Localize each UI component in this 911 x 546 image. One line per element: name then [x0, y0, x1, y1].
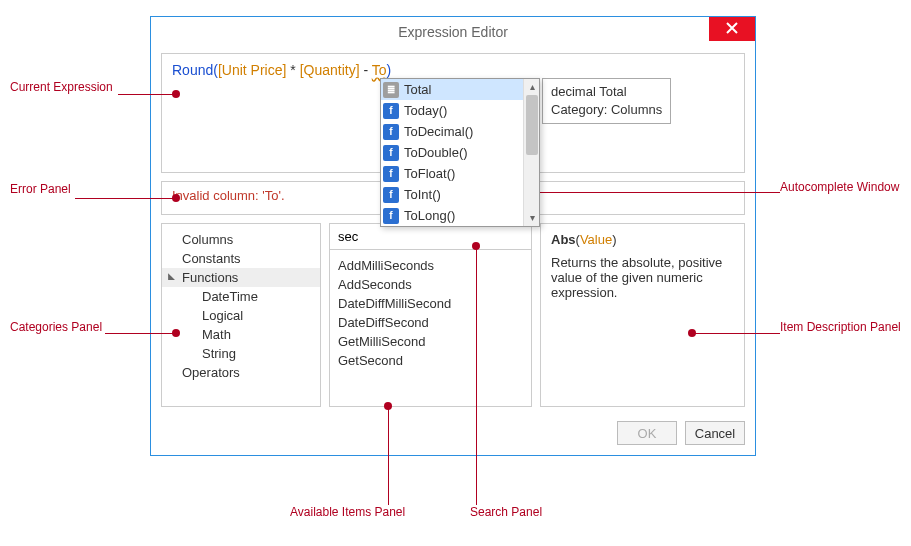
available-items-panel: AddMilliSecondsAddSecondsDateDiffMilliSe… [329, 223, 532, 407]
function-icon: f [383, 208, 399, 224]
close-button[interactable] [709, 17, 755, 41]
category-item[interactable]: Math [162, 325, 320, 344]
titlebar: Expression Editor [151, 17, 755, 47]
autocomplete-item-label: ToDecimal() [404, 125, 473, 138]
tooltip-line1: decimal Total [551, 83, 662, 101]
category-item[interactable]: String [162, 344, 320, 363]
autocomplete-item[interactable]: fToDouble() [381, 142, 523, 163]
autocomplete-item-label: ToInt() [404, 188, 441, 201]
item-description-panel: Abs(Value) Returns the absolute, positiv… [540, 223, 745, 407]
autocomplete-item[interactable]: fToInt() [381, 184, 523, 205]
callout-search-panel: Search Panel [470, 505, 542, 519]
button-row: OK Cancel [161, 421, 745, 445]
autocomplete-item-label: Total [404, 83, 431, 96]
callout-available-items: Available Items Panel [290, 505, 405, 519]
close-icon [726, 21, 738, 37]
function-icon: f [383, 124, 399, 140]
autocomplete-item[interactable]: fToDecimal() [381, 121, 523, 142]
expr-field-quantity: [Quantity] [300, 62, 360, 78]
categories-panel[interactable]: ColumnsConstantsFunctionsDateTimeLogical… [161, 223, 321, 407]
list-item[interactable]: DateDiffMilliSecond [338, 294, 523, 313]
ok-button[interactable]: OK [617, 421, 677, 445]
function-icon: f [383, 187, 399, 203]
scroll-down-arrow[interactable]: ▾ [524, 210, 540, 226]
autocomplete-window[interactable]: ≣TotalfToday()fToDecimal()fToDouble()fTo… [380, 78, 540, 227]
current-expression-panel[interactable]: Round([Unit Price] * [Quantity] - To) ≣T… [161, 53, 745, 173]
category-item[interactable]: Functions [162, 268, 320, 287]
autocomplete-list[interactable]: ≣TotalfToday()fToDecimal()fToDouble()fTo… [381, 79, 539, 226]
category-item[interactable]: DateTime [162, 287, 320, 306]
function-icon: f [383, 166, 399, 182]
list-item[interactable]: AddSeconds [338, 275, 523, 294]
search-input[interactable] [330, 224, 531, 249]
list-item[interactable]: AddMilliSeconds [338, 256, 523, 275]
autocomplete-item[interactable]: fToday() [381, 100, 523, 121]
autocomplete-item[interactable]: fToLong() [381, 205, 523, 226]
category-item[interactable]: Constants [162, 249, 320, 268]
function-icon: f [383, 145, 399, 161]
tooltip-line2: Category: Columns [551, 101, 662, 119]
autocomplete-item[interactable]: ≣Total [381, 79, 523, 100]
category-item[interactable]: Logical [162, 306, 320, 325]
list-item[interactable]: GetSecond [338, 351, 523, 370]
callout-autocomplete-window: Autocomplete Window [780, 180, 899, 194]
search-panel [330, 224, 531, 250]
expr-field-unit-price: [Unit Price] [218, 62, 286, 78]
autocomplete-scrollbar[interactable]: ▴ ▾ [523, 79, 539, 226]
lower-container: ColumnsConstantsFunctionsDateTimeLogical… [161, 223, 745, 407]
column-icon: ≣ [383, 82, 399, 98]
category-item[interactable]: Operators [162, 363, 320, 382]
callout-current-expression: Current Expression [10, 80, 113, 94]
items-list[interactable]: AddMilliSecondsAddSecondsDateDiffMilliSe… [330, 250, 531, 406]
autocomplete-item-label: ToDouble() [404, 146, 468, 159]
scroll-up-arrow[interactable]: ▴ [524, 79, 540, 95]
list-item[interactable]: DateDiffSecond [338, 313, 523, 332]
autocomplete-item-label: ToFloat() [404, 167, 455, 180]
expr-function: Round [172, 62, 213, 78]
function-icon: f [383, 103, 399, 119]
callout-categories-panel: Categories Panel [10, 320, 102, 334]
callout-error-panel: Error Panel [10, 182, 71, 196]
description-text: Returns the absolute, positive value of … [551, 255, 734, 300]
category-item[interactable]: Columns [162, 230, 320, 249]
expression-editor-dialog: Expression Editor Round([Unit Price] * [… [150, 16, 756, 456]
expr-partial-token: To [372, 62, 387, 78]
description-signature: Abs(Value) [551, 232, 734, 247]
autocomplete-item-label: Today() [404, 104, 447, 117]
callout-item-desc-panel: Item Description Panel [780, 320, 901, 334]
dialog-title: Expression Editor [398, 24, 508, 40]
cancel-button[interactable]: Cancel [685, 421, 745, 445]
list-item[interactable]: GetMilliSecond [338, 332, 523, 351]
autocomplete-item-label: ToLong() [404, 209, 455, 222]
scroll-thumb[interactable] [526, 95, 538, 155]
autocomplete-tooltip: decimal Total Category: Columns [542, 78, 671, 124]
error-text: Invalid column: 'To'. [172, 188, 285, 203]
autocomplete-item[interactable]: fToFloat() [381, 163, 523, 184]
